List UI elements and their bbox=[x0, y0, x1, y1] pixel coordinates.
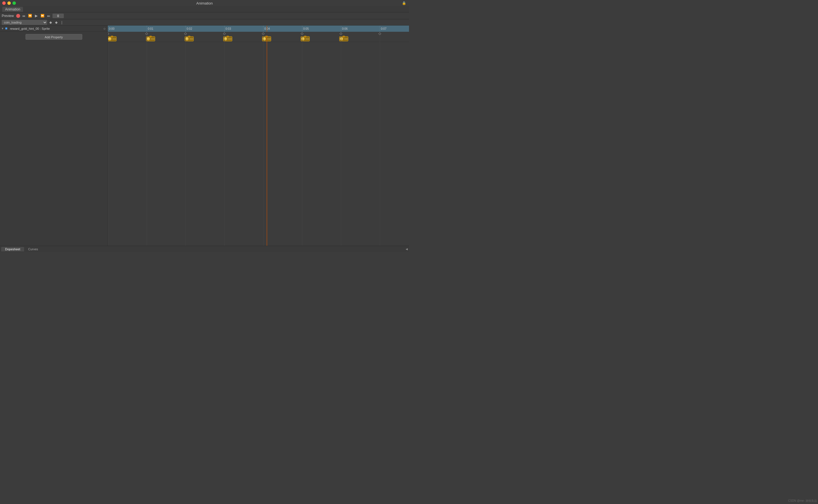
keyframe-nav-button[interactable]: ◆ bbox=[54, 20, 58, 25]
maximize-button[interactable] bbox=[12, 1, 16, 5]
tab-curves[interactable]: Curves bbox=[24, 247, 42, 251]
keyframe[interactable]: reward_gold_hint_00 bbox=[185, 36, 194, 41]
play-button[interactable]: ▶ bbox=[34, 13, 39, 18]
close-button[interactable] bbox=[2, 1, 6, 5]
lock-icon[interactable]: 🔒 bbox=[402, 1, 406, 5]
coin-sprite-icon bbox=[301, 37, 305, 41]
tab-row: Animation bbox=[0, 6, 409, 12]
grid-line bbox=[302, 36, 302, 246]
ruler-tick: 0:03 bbox=[224, 26, 231, 32]
window-title: Animation bbox=[196, 1, 213, 5]
expand-arrow-icon: ▼ bbox=[1, 27, 4, 30]
prev-frame-button[interactable]: ⏪ bbox=[28, 13, 33, 18]
bottom-tabs: Dopesheet Curves ◀ bbox=[0, 246, 409, 252]
preview-label: Preview bbox=[2, 14, 14, 18]
ruler-tick: 0:01 bbox=[147, 26, 153, 32]
keyframe[interactable]: reward_gold_hint_00 bbox=[339, 36, 348, 41]
record-button[interactable] bbox=[16, 14, 20, 18]
traffic-lights[interactable] bbox=[2, 1, 16, 5]
timeline-panel: 0:000:010:020:030:040:050:060:07 reward_… bbox=[108, 26, 409, 246]
skip-to-start-button[interactable]: ⏮ bbox=[21, 13, 26, 18]
ruler-diamond-icon bbox=[184, 32, 187, 35]
clip-selector[interactable]: coin_loading bbox=[2, 20, 47, 25]
coin-sprite-icon bbox=[108, 37, 112, 41]
skip-to-end-button[interactable]: ⏭ bbox=[46, 13, 51, 18]
keyframe-sprite: reward_gold_hint_00 bbox=[108, 36, 117, 41]
left-panel: ▼ ◼ reward_gold_hint_00 : Sprite ◇ Add P… bbox=[0, 26, 108, 246]
grid-line bbox=[341, 36, 341, 246]
clip-row: coin_loading ◆ ◆ | bbox=[0, 19, 409, 26]
coin-sprite-icon bbox=[339, 37, 343, 41]
ruler-diamond-icon bbox=[301, 32, 303, 35]
property-diamond-icon: ◇ bbox=[103, 27, 106, 30]
timeline-content: reward_gold_hint_00reward_gold_hint_00re… bbox=[108, 36, 409, 246]
ruler-diamond-row bbox=[108, 32, 409, 36]
playhead bbox=[267, 36, 267, 246]
coin-sprite-icon bbox=[262, 37, 266, 41]
scroll-left-icon[interactable]: ◀ bbox=[405, 247, 408, 251]
ruler-playhead bbox=[267, 26, 267, 32]
ruler-tick: 0:07 bbox=[380, 26, 386, 32]
grid-line bbox=[380, 36, 380, 246]
main-area: ▼ ◼ reward_gold_hint_00 : Sprite ◇ Add P… bbox=[0, 26, 409, 246]
ruler-tick: 0:06 bbox=[341, 26, 347, 32]
ruler-diamond-icon bbox=[223, 32, 226, 35]
keyframe[interactable]: reward_gold_hint_00 bbox=[146, 36, 155, 41]
tab-animation[interactable]: Animation bbox=[2, 7, 23, 12]
ruler-diamond-icon bbox=[145, 32, 148, 35]
property-row[interactable]: ▼ ◼ reward_gold_hint_00 : Sprite ◇ bbox=[0, 26, 107, 32]
ruler-diamond-icon bbox=[378, 32, 381, 35]
ruler-diamond-icon bbox=[339, 32, 342, 35]
keyframe-sprite: reward_gold_hint_00 bbox=[339, 36, 348, 41]
grid-line bbox=[108, 36, 108, 246]
track-row: reward_gold_hint_00reward_gold_hint_00re… bbox=[108, 36, 409, 42]
grid-line bbox=[263, 36, 263, 246]
coin-sprite-icon bbox=[223, 37, 227, 41]
ruler-diamond-icon bbox=[262, 32, 265, 35]
grid-line bbox=[185, 36, 186, 246]
next-frame-button[interactable]: ⏩ bbox=[40, 13, 45, 18]
add-keyframe-button[interactable]: ◆ bbox=[48, 20, 53, 25]
tab-dopesheet[interactable]: Dopesheet bbox=[1, 247, 24, 251]
titlebar-icons: 🔒 bbox=[402, 1, 406, 5]
object-icon: ◼ bbox=[5, 27, 9, 31]
time-input[interactable] bbox=[52, 14, 64, 18]
property-label: reward_gold_hint_00 : Sprite bbox=[10, 27, 103, 30]
title-bar: Animation 🔒 bbox=[0, 0, 409, 6]
add-property-button[interactable]: Add Property bbox=[26, 34, 82, 40]
minimize-button[interactable] bbox=[7, 1, 11, 5]
grid-line bbox=[224, 36, 225, 246]
keyframe-sprite: reward_gold_hint_00 bbox=[146, 36, 155, 41]
ruler-tick: 0:05 bbox=[302, 26, 308, 32]
keyframe[interactable]: reward_gold_hint_00 bbox=[108, 36, 117, 41]
ruler-tick: 0:02 bbox=[185, 26, 192, 32]
ruler-diamond-icon bbox=[108, 32, 109, 35]
toolbar: Preview ⏮ ⏪ ▶ ⏩ ⏭ bbox=[0, 12, 409, 19]
timeline-ruler: 0:000:010:020:030:040:050:060:07 bbox=[108, 26, 409, 32]
keyframe-sprite: reward_gold_hint_00 bbox=[185, 36, 194, 41]
ruler-tick: 0:00 bbox=[108, 26, 114, 32]
grid-line bbox=[147, 36, 147, 246]
clip-bar-button[interactable]: | bbox=[60, 20, 64, 25]
